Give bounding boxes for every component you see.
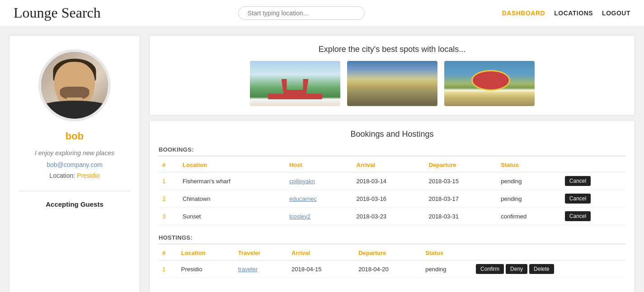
hosting-status: pending: [422, 260, 472, 278]
cancel-button[interactable]: Cancel: [565, 211, 591, 221]
main-content: bob I enjoy exploring new places bob@com…: [0, 26, 644, 292]
col-location: Location: [178, 248, 235, 260]
booking-host: lcosley2: [286, 208, 353, 225]
booking-action: Cancel: [561, 172, 625, 190]
hosting-location: Presidio: [178, 260, 235, 278]
nav-dashboard[interactable]: DASHBOARD: [502, 9, 545, 17]
search-container: [238, 6, 365, 20]
profile-panel: bob I enjoy exploring new places bob@com…: [9, 35, 140, 292]
accepting-guests-label: Accepting Guests: [46, 200, 103, 208]
right-panel: Explore the city's best spots with local…: [149, 35, 635, 292]
hostings-section-label: HOSTINGS:: [159, 234, 625, 241]
deny-button[interactable]: Deny: [506, 264, 527, 274]
booking-num: 1: [159, 172, 179, 190]
host-link[interactable]: cpilipyakn: [289, 178, 315, 185]
booking-status: pending: [497, 172, 561, 190]
booking-status: pending: [497, 190, 561, 208]
booking-departure: 2018-03-17: [425, 190, 497, 208]
booking-arrival: 2018-03-23: [353, 208, 425, 225]
table-row: 1 Presidio traveler 2018-04-15 2018-04-2…: [159, 260, 625, 278]
booking-location: Fisherman's wharf: [179, 172, 286, 190]
table-row: 2 Chinatown educarnec 2018-03-16 2018-03…: [159, 190, 625, 208]
photos-row: [159, 61, 625, 106]
main-nav: DASHBOARD LOCATIONS LOGOUT: [502, 9, 630, 17]
photo-golden-gate: [250, 61, 340, 106]
hostings-header-row: # Location Traveler Arrival Departure St…: [159, 248, 625, 260]
profile-email: bob@company.com: [47, 161, 103, 168]
banner-title: Explore the city's best spots with local…: [159, 45, 625, 54]
booking-host: educarnec: [286, 190, 353, 208]
col-status: Status: [422, 248, 472, 260]
bookings-header-row: # Location Host Arrival Departure Status: [159, 160, 625, 172]
profile-bio: I enjoy exploring new places: [35, 149, 114, 157]
booking-status: confirmed: [497, 208, 561, 225]
booking-departure: 2018-03-31: [425, 208, 497, 225]
booking-location: Sunset: [179, 208, 286, 225]
photo-wharf-sign: [444, 61, 535, 106]
booking-num: 3: [159, 208, 179, 225]
profile-username: bob: [66, 130, 84, 142]
col-actions: [472, 248, 625, 260]
search-input[interactable]: [238, 6, 365, 20]
col-host: Host: [286, 160, 353, 172]
hostings-divider: [159, 244, 625, 244]
booking-departure: 2018-03-15: [425, 172, 497, 190]
booking-action: Cancel: [561, 208, 625, 225]
location-value: Presidio: [77, 172, 100, 179]
bookings-panel: Bookings and Hostings BOOKINGS: # Locati…: [149, 120, 635, 292]
booking-arrival: 2018-03-16: [353, 190, 425, 208]
cancel-button[interactable]: Cancel: [565, 194, 591, 204]
table-row: 3 Sunset lcosley2 2018-03-23 2018-03-31 …: [159, 208, 625, 225]
hosting-actions: ConfirmDenyDelete: [472, 260, 625, 278]
location-label: Location:: [49, 172, 75, 179]
nav-locations[interactable]: LOCATIONS: [554, 9, 593, 17]
col-arrival: Arrival: [288, 248, 355, 260]
hosting-arrival: 2018-04-15: [288, 260, 355, 278]
profile-divider: [19, 191, 131, 191]
col-num: #: [159, 248, 178, 260]
booking-location: Chinatown: [179, 190, 286, 208]
avatar: [38, 49, 111, 121]
delete-button[interactable]: Delete: [529, 264, 554, 274]
col-location: Location: [179, 160, 286, 172]
traveler-link[interactable]: traveler: [238, 266, 258, 273]
hosting-traveler: traveler: [235, 260, 288, 278]
bookings-title: Bookings and Hostings: [159, 130, 625, 139]
confirm-button[interactable]: Confirm: [476, 264, 504, 274]
col-arrival: Arrival: [353, 160, 425, 172]
booking-arrival: 2018-03-14: [353, 172, 425, 190]
table-row: 1 Fisherman's wharf cpilipyakn 2018-03-1…: [159, 172, 625, 190]
col-action: [561, 160, 625, 172]
bookings-section-label: BOOKINGS:: [159, 146, 625, 153]
col-traveler: Traveler: [235, 248, 288, 260]
nav-logout[interactable]: LOGOUT: [602, 9, 630, 17]
col-departure: Departure: [355, 248, 422, 260]
booking-num: 2: [159, 190, 179, 208]
photo-banner: Explore the city's best spots with local…: [149, 35, 635, 116]
hostings-table: # Location Traveler Arrival Departure St…: [159, 248, 625, 278]
bookings-table: # Location Host Arrival Departure Status…: [159, 160, 625, 225]
logo: Lounge Search: [14, 5, 101, 21]
host-link[interactable]: educarnec: [289, 195, 317, 202]
hosting-departure: 2018-04-20: [355, 260, 422, 278]
booking-action: Cancel: [561, 190, 625, 208]
booking-host: cpilipyakn: [286, 172, 353, 190]
cancel-button[interactable]: Cancel: [565, 176, 591, 186]
host-link[interactable]: lcosley2: [289, 213, 310, 220]
col-num: #: [159, 160, 179, 172]
photo-city-aerial: [347, 61, 437, 106]
hosting-num: 1: [159, 260, 178, 278]
header: Lounge Search DASHBOARD LOCATIONS LOGOUT: [0, 0, 644, 26]
profile-location: Location: Presidio: [49, 172, 99, 179]
col-departure: Departure: [425, 160, 497, 172]
col-status: Status: [497, 160, 561, 172]
bookings-divider: [159, 156, 625, 156]
